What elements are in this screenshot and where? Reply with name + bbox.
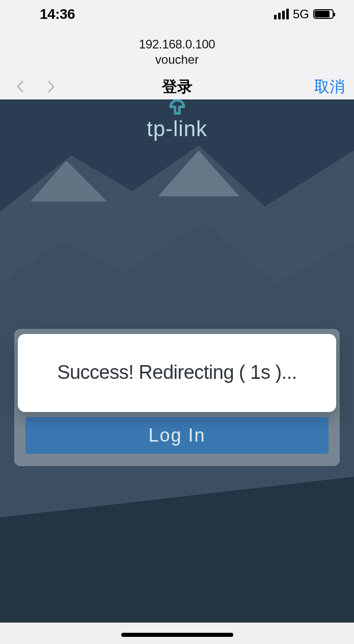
chevron-right-icon	[46, 80, 56, 94]
url-bar: 192.168.0.100 voucher	[0, 28, 354, 72]
toast-message: Success! Redirecting ( 1s )...	[32, 362, 322, 383]
forward-button[interactable]	[45, 81, 57, 93]
page-title: 登录	[162, 76, 193, 97]
status-time: 14:36	[40, 6, 75, 22]
brand-name: tp-link	[0, 117, 354, 141]
login-button[interactable]: Log In	[25, 417, 329, 454]
network-type: 5G	[293, 7, 309, 21]
chevron-left-icon	[16, 80, 25, 94]
url-host: 192.168.0.100	[0, 37, 354, 51]
battery-icon	[313, 9, 334, 19]
home-indicator[interactable]	[121, 633, 233, 637]
url-path: voucher	[0, 53, 354, 67]
status-icons: 5G	[274, 7, 334, 21]
cancel-button[interactable]: 取消	[314, 76, 345, 97]
success-toast: Success! Redirecting ( 1s )...	[18, 334, 336, 412]
back-button[interactable]	[14, 81, 26, 93]
brand-logo-icon	[0, 99, 354, 118]
cellular-signal-icon	[274, 9, 289, 19]
